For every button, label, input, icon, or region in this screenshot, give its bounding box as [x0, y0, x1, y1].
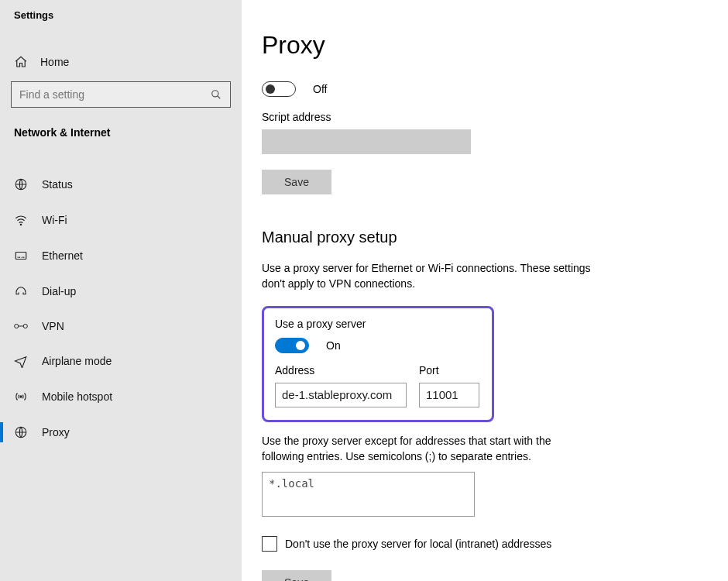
sidebar-item-label: Mobile hotspot — [42, 390, 112, 403]
airplane-icon — [14, 354, 28, 368]
use-proxy-toggle[interactable] — [275, 338, 309, 353]
auto-detect-toggle-label: Off — [313, 83, 327, 95]
svg-point-6 — [20, 396, 22, 397]
search-input[interactable] — [11, 81, 231, 108]
app-title: Settings — [0, 8, 242, 21]
sidebar-item-label: Proxy — [42, 426, 70, 438]
sidebar-item-vpn[interactable]: VPN — [0, 309, 242, 343]
proxy-highlight-box: Use a proxy server On Address Port — [262, 306, 494, 422]
script-address-label: Script address — [262, 111, 728, 123]
dont-use-local-label: Don't use the proxy server for local (in… — [285, 538, 551, 550]
dialup-icon — [14, 284, 28, 298]
sidebar: Settings Home Network & Internet Status … — [0, 0, 242, 581]
use-proxy-label: Use a proxy server — [275, 318, 481, 330]
sidebar-item-wifi[interactable]: Wi-Fi — [0, 202, 242, 238]
sidebar-section-label: Network & Internet — [0, 108, 242, 150]
exceptions-desc: Use the proxy server except for addresse… — [262, 433, 595, 465]
svg-point-5 — [23, 324, 27, 328]
script-address-input — [262, 129, 471, 154]
use-proxy-toggle-label: On — [326, 339, 341, 352]
vpn-icon — [14, 321, 28, 332]
page-title: Proxy — [262, 31, 728, 60]
port-input[interactable] — [419, 383, 479, 407]
sidebar-item-dialup[interactable]: Dial-up — [0, 273, 242, 309]
sidebar-item-home[interactable]: Home — [0, 46, 242, 78]
sidebar-item-label: Status — [42, 178, 73, 191]
address-input[interactable] — [275, 383, 407, 407]
manual-heading: Manual proxy setup — [262, 229, 728, 246]
svg-point-4 — [15, 324, 19, 328]
sidebar-item-label: Wi-Fi — [42, 214, 67, 226]
sidebar-item-hotspot[interactable]: Mobile hotspot — [0, 379, 242, 414]
home-icon — [14, 55, 28, 69]
sidebar-item-label: Dial-up — [42, 285, 76, 297]
hotspot-icon — [14, 390, 28, 404]
sidebar-item-label: Ethernet — [42, 249, 83, 262]
sidebar-item-ethernet[interactable]: Ethernet — [0, 238, 242, 273]
sidebar-item-label: Airplane mode — [42, 355, 112, 367]
svg-rect-3 — [15, 253, 26, 260]
sidebar-item-status[interactable]: Status — [0, 167, 242, 202]
sidebar-item-label: VPN — [42, 320, 64, 332]
auto-detect-toggle[interactable] — [262, 81, 296, 97]
script-save-button[interactable]: Save — [262, 170, 331, 194]
ethernet-icon — [14, 249, 28, 263]
home-label: Home — [40, 56, 69, 68]
sidebar-nav: Status Wi-Fi Ethernet Dial-up VPN — [0, 167, 242, 450]
svg-point-2 — [20, 224, 22, 225]
svg-point-0 — [212, 91, 218, 97]
sidebar-item-proxy[interactable]: Proxy — [0, 414, 242, 450]
globe-icon — [14, 177, 28, 191]
proxy-icon — [14, 425, 28, 439]
sidebar-item-airplane[interactable]: Airplane mode — [0, 343, 242, 379]
wifi-icon — [14, 213, 28, 227]
port-label: Port — [419, 364, 479, 376]
manual-save-button[interactable]: Save — [262, 570, 331, 581]
main-content: Proxy Off Script address Save Manual pro… — [242, 0, 728, 581]
exceptions-textarea[interactable] — [262, 472, 475, 517]
search-icon — [211, 89, 221, 100]
dont-use-local-checkbox[interactable] — [262, 536, 277, 552]
manual-desc: Use a proxy server for Ethernet or Wi-Fi… — [262, 260, 595, 292]
address-label: Address — [275, 364, 407, 376]
